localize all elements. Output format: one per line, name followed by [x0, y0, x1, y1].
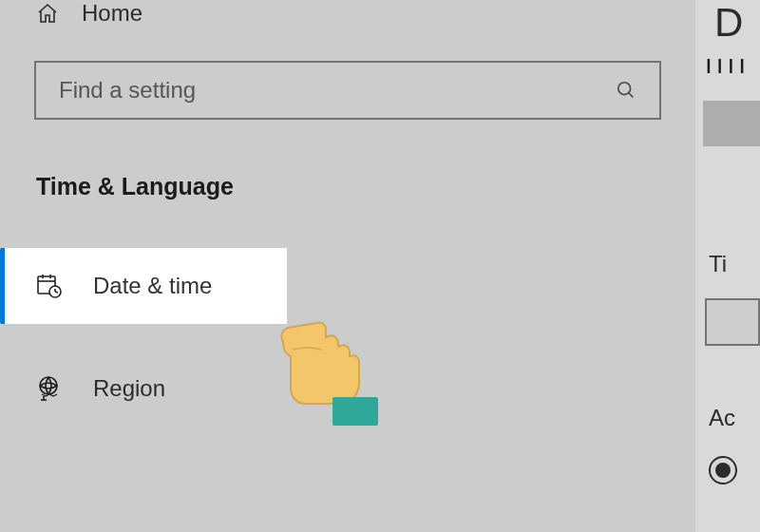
sidebar: Home Find a setting Time & Language	[0, 0, 695, 532]
page-title-partial: D	[714, 0, 743, 46]
globe-icon	[36, 375, 63, 402]
search-input[interactable]: Find a setting	[34, 61, 661, 120]
content-panel: D ıııı Ti Ac	[695, 0, 760, 532]
sidebar-item-date-time[interactable]: Date & time	[0, 248, 287, 324]
svg-rect-12	[332, 397, 378, 426]
svg-line-8	[55, 292, 58, 293]
sidebar-home[interactable]: Home	[0, 0, 695, 46]
search-placeholder: Find a setting	[59, 77, 196, 104]
section-title: Time & Language	[36, 173, 695, 200]
dropdown-partial[interactable]	[705, 298, 760, 346]
home-icon	[36, 2, 59, 25]
svg-line-1	[629, 93, 634, 98]
settings-window: Home Find a setting Time & Language	[0, 0, 760, 532]
pointing-hand-icon	[264, 304, 407, 437]
gray-block	[703, 101, 760, 146]
radio-option[interactable]	[709, 456, 737, 484]
label-ti-partial: Ti	[709, 251, 727, 277]
home-label: Home	[82, 0, 142, 27]
calendar-clock-icon	[36, 273, 63, 299]
search-icon	[616, 80, 636, 101]
svg-point-0	[618, 83, 631, 95]
text-partial: ıııı	[705, 49, 750, 80]
label-ac-partial: Ac	[709, 405, 735, 431]
svg-point-9	[40, 377, 57, 394]
nav-label-region: Region	[93, 375, 165, 402]
nav-label-date-time: Date & time	[93, 273, 212, 299]
